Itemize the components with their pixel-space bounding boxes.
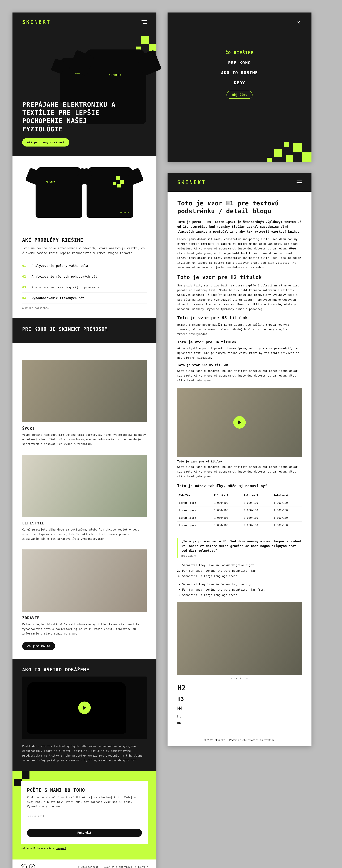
- list-item: 04Vyhodnocovanie získaných dát: [22, 293, 147, 304]
- problems-more: a mnoho ďalšieho…: [22, 307, 147, 310]
- blockquote: „Toto je priama reč – H6. Sed diam nonum…: [177, 538, 302, 558]
- article-h4: Toto je vzor pre H4 titulok: [177, 340, 302, 344]
- article-h1: Toto je vzor H1 pre textovú podstránku /…: [177, 199, 302, 215]
- table-row: Lorem ipsum1 000×1001 000×1001 000×100: [177, 514, 302, 522]
- submit-button[interactable]: Potvrdiť: [27, 829, 142, 837]
- feature-heading: ŠPORT: [22, 426, 147, 431]
- article-h6: Toto je vzor pre H6 titulok: [177, 460, 302, 463]
- nav-item[interactable]: PRE KOHO: [228, 60, 251, 65]
- article-p: Stet clita kasd gubergren, no sea takima…: [177, 465, 302, 479]
- feature-image-health: [22, 550, 147, 612]
- list-item: 02Analyzovanie rôznych pohybových dát: [22, 271, 147, 282]
- feature-text: Práve v tejto oblasti má Skinekt obrovsk…: [22, 622, 147, 636]
- form-title: POĎTE S NAMI DO TOHO: [27, 787, 142, 793]
- how-text: Poskladali sto tím technologických odbor…: [22, 744, 147, 763]
- nav-item[interactable]: AKO TO ROBÍME: [221, 70, 258, 75]
- article-h2: Toto je vzor pre H2 titulok: [177, 274, 302, 280]
- table-row: Lorem ipsum1 000×1001 000×1001 000×100: [177, 522, 302, 529]
- article-p: Existuje mnoho podôb pasáží Lorem Ipsum,…: [177, 322, 302, 337]
- form-text: Čoskoro budete môcť využívať Skinekt aj …: [27, 795, 142, 809]
- play-icon: [233, 416, 246, 429]
- feature-heading: LIFESTYLE: [22, 521, 147, 525]
- feature-heading: ZDRAVIE: [22, 616, 147, 620]
- pixel-decoration: [256, 127, 311, 162]
- feature-text: Či už pracujete dlhú dobu za počítačom, …: [22, 527, 147, 541]
- who-title: PRE KOHO JE SKINEKT PRÍNOSOM: [22, 327, 147, 332]
- article-p: Sem príde text, sem príde text' sa obsah…: [177, 283, 302, 311]
- problems-title: AKÉ PROBLÉMY RIEŠIME: [22, 237, 147, 243]
- list-item: 03Analyzovanie fyziologických procesov: [22, 282, 147, 293]
- feature-image-sport: [22, 360, 147, 422]
- data-table: TabuľkaPoložka 2Položka 3Položka 4 Lorem…: [177, 492, 302, 529]
- article-p: Stet clita kasd gubergren, no sea takima…: [177, 369, 302, 383]
- how-title: AKO TO VŠETKO DOKÁŽEME: [22, 667, 147, 672]
- ordered-list: Separated they live in Bookmarksgrove ri…: [177, 563, 302, 579]
- menu-button[interactable]: [296, 179, 302, 185]
- hero-cta[interactable]: Aké problémy riešime?: [22, 138, 69, 147]
- article-h5: Toto je vzor pre H5 titulok: [177, 363, 302, 367]
- footer-text: © 2023 Skinekt · Power of elektronics in…: [78, 866, 148, 868]
- image-caption: Názov obrázku: [177, 677, 302, 680]
- article-p: Lorem ipsum dolor sit amet, consetetur s…: [177, 237, 302, 270]
- product-showcase: SKINEKT SKINEKT: [12, 156, 157, 229]
- problems-list: 01Analyzovanie polohy vášho tela 02Analy…: [22, 260, 147, 304]
- table-row: Lorem ipsum1 000×1001 000×1001 000×100: [177, 507, 302, 514]
- close-button[interactable]: ✕: [296, 19, 302, 25]
- inline-link[interactable]: Toto je odkaz: [279, 256, 301, 259]
- article-image: [177, 602, 302, 675]
- form-note: Váš e-mail bude u nás v bezpečí.: [21, 847, 148, 850]
- article-video[interactable]: [177, 388, 302, 457]
- article-h3: Toto je vzor pre H3 titulok: [177, 315, 302, 320]
- footer-text: © 2023 Skinekt · Power of elektronics in…: [168, 734, 311, 746]
- account-button[interactable]: Môj účet: [227, 91, 253, 99]
- nav-item[interactable]: ČO RIEŠIME: [225, 50, 254, 55]
- menu-button[interactable]: [140, 19, 147, 25]
- feature-text: Veľmi presne monitorujeme polohu tela šp…: [22, 433, 147, 446]
- article-p: Ak sa chystáte použiť pasáž z Lorem Ipsu…: [177, 346, 302, 360]
- list-item: 01Analyzovanie polohy vášho tela: [22, 260, 147, 271]
- article-perex: Toto je perex – H6. Lorem Ipsum je štand…: [177, 219, 302, 234]
- feature-image-lifestyle: [22, 455, 147, 517]
- heading-stack: H2 H3 H4 H5 H6: [177, 684, 302, 724]
- instagram-icon[interactable]: ◎: [29, 864, 35, 868]
- hero-title: PREPÁJAME ELEKTRONIKU A TEXTÍLIE PRE LEP…: [22, 100, 119, 133]
- unordered-list: Separated they live in Bookmarksgrove ri…: [177, 582, 302, 597]
- play-icon: [78, 702, 91, 714]
- who-cta[interactable]: Zaujíma ma to: [22, 642, 55, 650]
- nav-item[interactable]: KEDY: [234, 81, 245, 85]
- logo: SKINEKT: [22, 19, 50, 25]
- problems-lead: Tvoríme technológie integrované v odevoc…: [22, 246, 147, 255]
- email-input[interactable]: [27, 812, 142, 820]
- table-row: Lorem ipsum1 000×1001 000×1001 000×100: [177, 499, 302, 507]
- facebook-icon[interactable]: ⓕ: [21, 864, 27, 868]
- table-title: Toto je názov tabuľky, môže aj nemusí by…: [177, 484, 302, 488]
- logo: SKINEKT: [177, 179, 206, 185]
- how-video[interactable]: [22, 677, 147, 739]
